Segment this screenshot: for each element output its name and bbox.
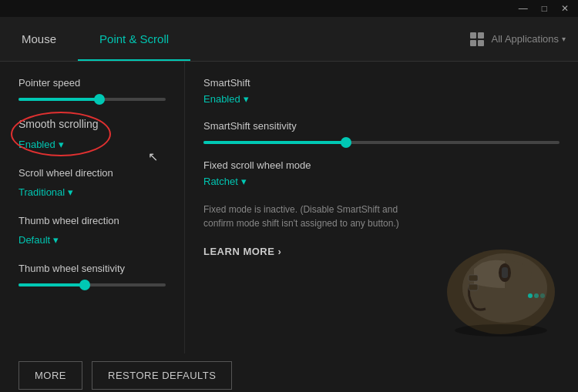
left-panel: Pointer speed Smooth scrolling Enabled ▾… [0,62,185,353]
maximize-button[interactable]: □ [539,3,550,14]
more-button[interactable]: MORE [18,361,82,390]
svg-rect-7 [469,275,478,281]
thumb-wheel-direction-chevron: ▾ [53,234,59,246]
svg-rect-8 [469,284,478,290]
pointer-speed-label: Pointer speed [18,77,166,89]
smartshift-sensitivity-fill [203,141,346,144]
close-button[interactable]: ✕ [558,3,572,14]
smooth-scrolling-chevron: ▾ [59,139,64,150]
pointer-speed-group: Pointer speed [18,77,166,101]
smartshift-sensitivity-slider[interactable] [203,141,560,144]
thumb-wheel-direction-group: Thumb wheel direction Default ▾ [18,215,166,246]
learn-more-label: LEARN MORE [203,246,274,257]
thumb-wheel-sensitivity-label: Thumb wheel sensitivity [18,263,166,274]
bottom-buttons: MORE RESTORE DEFAULTS [0,353,578,392]
svg-point-5 [534,293,539,298]
smooth-scrolling-group: Smooth scrolling Enabled ▾ ↖ [18,118,166,150]
cursor-arrow-icon: ↖ [148,149,158,164]
smartshift-dropdown[interactable]: Enabled ▾ [203,93,560,105]
grid-icon [470,32,484,46]
smartshift-group: SmartShift Enabled ▾ [203,77,560,105]
scroll-wheel-direction-chevron: ▾ [68,186,73,198]
header: Mouse Point & Scroll All Applications ▾ [0,17,578,62]
thumb-wheel-direction-label: Thumb wheel direction [18,215,166,226]
fixed-scroll-dropdown[interactable]: Ratchet ▾ [203,176,560,187]
svg-point-9 [455,324,547,337]
thumb-wheel-sensitivity-slider[interactable] [18,283,166,286]
smartshift-sensitivity-label: SmartShift sensitivity [203,120,560,132]
fixed-scroll-chevron: ▾ [241,176,247,187]
scroll-wheel-direction-dropdown[interactable]: Traditional ▾ [18,186,166,198]
all-applications-dropdown[interactable]: All Applications ▾ [492,33,566,45]
minimize-button[interactable]: — [516,3,531,14]
all-applications-chevron: ▾ [562,35,566,43]
smartshift-sensitivity-thumb[interactable] [341,137,351,148]
tab-mouse[interactable]: Mouse [0,17,78,61]
smooth-scrolling-toggle[interactable]: Enabled ▾ [18,139,166,150]
smartshift-sensitivity-group: SmartShift sensitivity [203,120,560,144]
pointer-speed-thumb[interactable] [94,94,105,105]
svg-point-4 [528,293,533,298]
thumb-wheel-sensitivity-fill [18,283,85,286]
pointer-speed-fill [18,98,99,101]
thumb-wheel-direction-dropdown[interactable]: Default ▾ [18,234,166,246]
smooth-scrolling-value: Enabled [18,139,55,150]
thumb-wheel-sensitivity-thumb[interactable] [79,280,90,290]
fixed-scroll-value: Ratchet [203,176,238,187]
title-bar: — □ ✕ [0,0,578,17]
smartshift-chevron: ▾ [244,93,249,105]
tab-mouse-label: Mouse [22,32,56,45]
scroll-wheel-direction-label: Scroll wheel direction [18,167,166,179]
fixed-scroll-group: Fixed scroll wheel mode Ratchet ▾ [203,159,560,187]
fixed-scroll-description: Fixed mode is inactive. (Disable SmartSh… [203,203,404,230]
scroll-wheel-direction-group: Scroll wheel direction Traditional ▾ [18,167,166,198]
smartshift-value: Enabled [203,93,240,105]
scroll-wheel-direction-value: Traditional [18,186,65,198]
restore-defaults-button[interactable]: RESTORE DEFAULTS [92,361,232,390]
fixed-scroll-label: Fixed scroll wheel mode [203,159,560,171]
svg-rect-3 [502,267,508,278]
pointer-speed-slider[interactable] [18,98,166,101]
thumb-wheel-direction-value: Default [18,234,50,246]
all-applications-label: All Applications [492,33,559,45]
smartshift-label: SmartShift [203,77,560,89]
svg-point-6 [540,293,545,298]
tab-point-scroll[interactable]: Point & Scroll [78,17,190,61]
header-right: All Applications ▾ [470,17,578,61]
thumb-wheel-sensitivity-group: Thumb wheel sensitivity [18,263,166,286]
smooth-scrolling-label: Smooth scrolling [18,118,166,130]
mouse-image [416,223,570,346]
main-content: Pointer speed Smooth scrolling Enabled ▾… [0,62,578,353]
tab-point-scroll-label: Point & Scroll [99,32,169,45]
learn-more-arrow-icon: › [277,246,281,257]
right-panel: SmartShift Enabled ▾ SmartShift sensitiv… [185,62,578,353]
